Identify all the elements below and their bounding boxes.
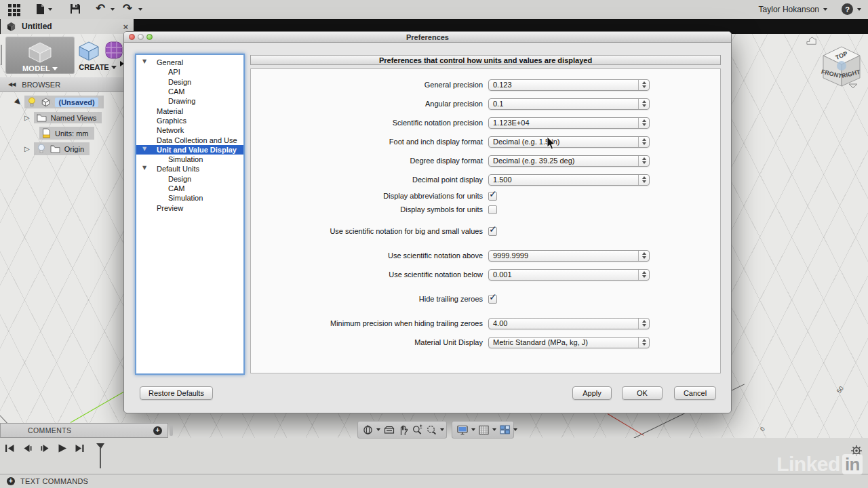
- tree-item-design[interactable]: Design: [136, 77, 243, 87]
- tree-item-cam[interactable]: CAM: [136, 87, 243, 96]
- document-name[interactable]: (Unsaved): [55, 98, 98, 107]
- disclosure-triangle-icon[interactable]: ▼: [142, 165, 146, 171]
- user-account-menu[interactable]: Taylor Hokanson: [759, 0, 827, 19]
- tree-item-preview[interactable]: Preview: [136, 203, 243, 212]
- go-to-end-icon[interactable]: [74, 443, 85, 456]
- degree-format-select[interactable]: Decimal (e.g. 39.25 deg): [488, 155, 650, 167]
- tree-item-api[interactable]: API: [136, 67, 243, 77]
- step-back-icon[interactable]: [22, 443, 33, 456]
- ok-button[interactable]: OK: [622, 386, 663, 400]
- orbit-caret-icon[interactable]: [376, 428, 380, 431]
- scientific-below-select[interactable]: 0.001: [488, 269, 650, 281]
- zoom-traffic-light-icon[interactable]: [146, 34, 153, 40]
- field-row: Minimum precision when hiding trailing z…: [251, 314, 720, 333]
- restore-defaults-button[interactable]: Restore Defaults: [140, 386, 213, 400]
- step-forward-icon[interactable]: [39, 443, 51, 456]
- close-traffic-light-icon[interactable]: [129, 34, 135, 40]
- redo-icon[interactable]: ↷: [123, 3, 132, 14]
- apply-button[interactable]: Apply: [572, 386, 612, 400]
- minimum-precision-select[interactable]: 4.00: [488, 318, 650, 329]
- browser-collapse-icon[interactable]: ◀◀: [8, 81, 15, 87]
- tree-item-default-simulation[interactable]: Simulation: [136, 193, 243, 203]
- tree-item-network[interactable]: Network: [136, 125, 243, 135]
- display-settings-icon[interactable]: [456, 424, 469, 436]
- orbit-icon[interactable]: [362, 424, 374, 436]
- dialog-titlebar[interactable]: Preferences: [124, 32, 731, 43]
- collapsed-triangle-icon[interactable]: ▷: [24, 145, 30, 152]
- grid-settings-caret-icon[interactable]: [492, 428, 496, 431]
- browser-units-row[interactable]: Units: mm: [39, 127, 94, 140]
- zoom-icon[interactable]: [412, 424, 423, 436]
- lightbulb-on-icon[interactable]: [27, 97, 37, 107]
- angular-precision-select[interactable]: 0.1: [488, 98, 650, 110]
- disclosure-triangle-icon[interactable]: ▼: [142, 146, 146, 152]
- display-symbols-checkbox[interactable]: [488, 205, 497, 214]
- comments-bar[interactable]: COMMENTS +: [0, 423, 168, 438]
- tree-item-material[interactable]: Material: [136, 106, 243, 115]
- add-comment-icon[interactable]: +: [153, 426, 162, 435]
- cancel-button[interactable]: Cancel: [674, 386, 716, 400]
- create-form-icon[interactable]: [104, 41, 123, 60]
- home-icon[interactable]: [807, 37, 816, 44]
- display-settings-caret-icon[interactable]: [471, 428, 475, 431]
- display-abbreviations-checkbox[interactable]: [488, 192, 497, 201]
- viewports-caret-icon[interactable]: [513, 428, 517, 431]
- general-precision-select[interactable]: 0.123: [488, 79, 650, 91]
- app-launcher-grid-icon[interactable]: [8, 4, 20, 16]
- viewcube-menu-arrow-icon[interactable]: [849, 84, 857, 88]
- timeline-playhead-marker[interactable]: [96, 443, 105, 472]
- comments-resize-handle[interactable]: [170, 425, 173, 436]
- field-row: Degree display formatDecimal (e.g. 39.25…: [251, 151, 720, 170]
- timeline-band: [0, 438, 868, 474]
- undo-icon[interactable]: ↶: [96, 3, 105, 14]
- scientific-notation-precision-select[interactable]: 1.123E+04: [488, 117, 650, 129]
- disclosure-triangle-icon[interactable]: ▼: [142, 58, 146, 64]
- foot-inch-format-select[interactable]: Decimal (e.g. 1.5 in): [488, 136, 650, 148]
- scientific-notation-big-small-checkbox[interactable]: [488, 227, 497, 236]
- create-box-icon[interactable]: [77, 41, 100, 62]
- redo-caret-icon[interactable]: [138, 8, 142, 11]
- viewcube[interactable]: TOP FRONT RIGHT: [804, 35, 865, 98]
- axis-tick-label: 0: [759, 426, 766, 432]
- tree-item-general[interactable]: ▼General: [136, 58, 243, 67]
- play-icon[interactable]: [57, 443, 68, 456]
- tree-item-default-design[interactable]: Design: [136, 174, 243, 184]
- new-file-caret-icon[interactable]: [48, 8, 52, 11]
- workspace-model-button[interactable]: MODEL: [5, 37, 75, 74]
- undo-caret-icon[interactable]: [111, 8, 115, 11]
- tree-item-graphics[interactable]: Graphics: [136, 116, 243, 125]
- decimal-point-select[interactable]: 1.500: [488, 174, 650, 186]
- create-label[interactable]: CREATE: [76, 63, 119, 71]
- tree-item-data-collection[interactable]: Data Collection and Use: [136, 135, 243, 144]
- tree-item-drawing[interactable]: Drawing: [136, 96, 243, 106]
- minimize-traffic-light-icon[interactable]: [138, 34, 144, 40]
- zoom-window-fit-icon[interactable]: [426, 424, 437, 436]
- document-tab[interactable]: Untitled ×: [1, 19, 134, 34]
- new-file-icon[interactable]: [35, 3, 45, 15]
- browser-named-views-row[interactable]: ▷ Named Views: [24, 111, 102, 124]
- pan-hand-icon[interactable]: [398, 424, 409, 436]
- text-commands-toggle-icon[interactable]: +: [7, 477, 15, 485]
- stepper-arrows-icon: [638, 175, 649, 185]
- save-icon[interactable]: [70, 3, 81, 14]
- tree-item-default-cam[interactable]: CAM: [136, 184, 243, 193]
- browser-origin-row[interactable]: ▷ Origin: [24, 142, 90, 155]
- go-to-start-icon[interactable]: [4, 443, 16, 456]
- tab-close-icon[interactable]: ×: [123, 22, 128, 32]
- browser-root-row[interactable]: ▼ (Unsaved): [15, 96, 104, 108]
- material-unit-display-select[interactable]: Metric Standard (MPa, kg, J): [488, 337, 650, 348]
- lightbulb-off-icon[interactable]: [37, 144, 46, 154]
- scientific-above-select[interactable]: 9999.9999: [488, 250, 650, 262]
- help-caret-icon[interactable]: [857, 8, 861, 11]
- zoom-window-caret-icon[interactable]: [440, 428, 444, 431]
- grid-settings-icon[interactable]: [478, 424, 490, 436]
- tree-item-simulation[interactable]: Simulation: [136, 155, 243, 164]
- hide-trailing-zeroes-checkbox[interactable]: [488, 295, 497, 304]
- tree-item-default-units[interactable]: ▼Default Units: [136, 164, 243, 174]
- look-at-icon[interactable]: [383, 425, 395, 435]
- collapsed-triangle-icon[interactable]: ▷: [24, 114, 30, 121]
- viewports-icon[interactable]: [499, 424, 511, 435]
- help-icon[interactable]: ?: [842, 3, 853, 15]
- tree-item-unit-and-value-display[interactable]: ▼Unit and Value Display: [136, 145, 243, 155]
- dialog-title: Preferences: [406, 33, 449, 41]
